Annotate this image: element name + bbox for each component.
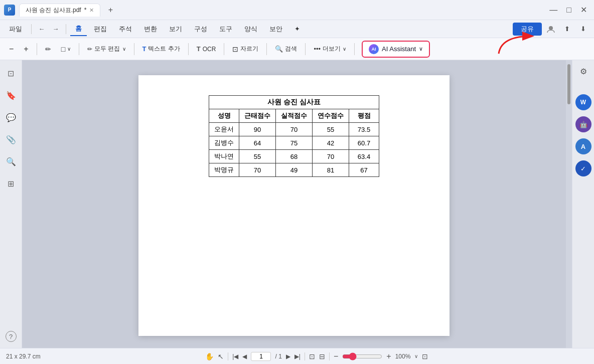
cell-perf-1: 70 [276,123,313,136]
first-page-button[interactable]: |◀ [232,353,238,360]
select-tool-button[interactable]: ↖ [218,352,224,360]
zoom-out-button[interactable]: − [5,43,18,56]
toolbar-divider7 [305,43,306,55]
zoom-out-bottom-button[interactable]: − [334,352,338,361]
prev-page-button[interactable]: ◀ [242,353,247,360]
cell-train-3: 70 [313,150,349,163]
ai-robot-icon: 🤖 [579,121,587,128]
ocr-label: OCR [203,46,216,53]
menu-item-star[interactable]: ✦ [289,23,305,35]
bottom-bar: 21 x 29.7 cm ✋ ↖ |◀ ◀ / 1 ▶ ▶| ⊡ ⊟ − + 1… [0,348,594,364]
check-icon: ✓ [580,165,586,172]
table-row: 오윤서 90 70 55 73.5 [209,123,379,136]
nav-forward-button[interactable]: → [50,23,62,35]
scrollbar-thumb[interactable] [567,64,570,104]
a-icon-label: A [581,143,585,150]
zoom-in-button[interactable]: + [20,43,32,56]
more-label: 더보기 [323,45,341,53]
last-page-button[interactable]: ▶| [294,353,301,360]
total-pages-label: / 1 [275,353,281,360]
menu-item-comment[interactable]: 주석 [114,23,137,36]
scrollbar[interactable] [566,60,572,348]
zoom-slider[interactable] [342,352,382,360]
zoom-out-icon: − [9,45,14,54]
maximize-button[interactable]: □ [563,5,574,16]
menu-item-form[interactable]: 양식 [239,23,262,36]
cell-name-4: 박명규 [209,163,239,177]
sidebar-icon-attachment[interactable]: 📎 [4,132,18,146]
right-panel-icon-a[interactable]: A [575,138,591,154]
cell-name-1: 오윤서 [209,123,239,136]
pdf-page: 사원 승진 심사표 성명 근태점수 실적점수 연수점수 평점 오윤서 90 70… [138,75,450,336]
menu-divider2 [66,24,66,34]
cell-att-3: 55 [239,150,276,163]
next-page-button[interactable]: ▶ [286,353,290,360]
menu-item-convert[interactable]: 변환 [139,23,162,36]
sidebar-icon-bookmark[interactable]: 🔖 [4,88,18,102]
edit-all-button[interactable]: ✏ 모두 편집 ∨ [83,43,129,55]
current-page-input[interactable] [251,352,271,361]
table-row: 김병수 64 75 42 60.7 [209,136,379,150]
close-button[interactable]: ✕ [577,4,590,16]
app-icon: P [4,5,15,16]
tab-close-button[interactable]: ✕ [89,7,94,14]
right-panel-icon-ai-robot[interactable]: 🤖 [575,116,591,132]
highlight-button[interactable]: ✏ [41,43,55,55]
bottom-center: ✋ ↖ |◀ ◀ / 1 ▶ ▶| ⊡ ⊟ − + 100% ∨ ⊡ [46,352,588,361]
account-icon[interactable] [544,22,558,36]
menu-item-file[interactable]: 파일 [4,23,27,36]
cell-perf-3: 68 [276,150,313,163]
bottom-divider1 [228,352,228,360]
right-panel-icon-check[interactable]: ✓ [575,160,591,176]
fit-page-button[interactable]: ⊡ [309,352,315,360]
menu-item-edit[interactable]: 편집 [89,23,112,36]
sidebar-icon-search[interactable]: 🔍 [4,154,18,168]
cell-train-4: 81 [313,163,349,177]
upload-icon[interactable]: ⬆ [560,22,574,36]
cell-name-2: 김병수 [209,136,239,150]
menu-item-view[interactable]: 보기 [164,23,187,36]
menu-item-organize[interactable]: 구성 [189,23,212,36]
menu-item-protect[interactable]: 보안 [264,23,287,36]
layout-button[interactable]: ⊟ [319,352,325,360]
zoom-level-label: 100% [395,353,411,360]
cell-att-1: 90 [239,123,276,136]
menu-divider [31,24,32,34]
fullscreen-button[interactable]: ⊡ [422,352,428,360]
ocr-button[interactable]: T OCR [193,43,220,55]
shape-button[interactable]: □ ∨ [57,43,75,55]
download-icon[interactable]: ⬇ [576,22,590,36]
zoom-in-bottom-button[interactable]: + [386,352,391,361]
menu-item-home[interactable]: 홈 [70,22,87,36]
sidebar-icon-help[interactable]: ? [6,331,17,342]
edit-chevron-icon: ∨ [122,46,126,52]
tab-modified: * [84,7,87,14]
sidebar-icon-page-thumbnail[interactable]: ⊡ [4,66,18,80]
bottom-divider2 [305,352,305,360]
cell-train-1: 55 [313,123,349,136]
share-button[interactable]: 공유 [513,23,542,36]
search-button[interactable]: 🔍 검색 [271,43,301,55]
right-panel-icon-w[interactable]: W [575,94,591,110]
text-icon: T [142,45,146,53]
col-header-attendance: 근태점수 [239,109,276,123]
new-tab-button[interactable]: + [104,4,116,16]
minimize-button[interactable]: — [546,5,560,16]
more-button[interactable]: ••• 더보기 ∨ [310,43,350,55]
crop-label: 자르기 [240,45,258,53]
ai-assistant-button[interactable]: AI AI Assistant ∨ [362,41,430,58]
left-sidebar: ⊡ 🔖 💬 📎 🔍 ⊞ ? [0,60,22,348]
ai-assistant-icon: AI [369,44,379,54]
nav-back-button[interactable]: ← [36,23,48,35]
more-chevron-icon: ∨ [343,46,346,52]
right-settings-button[interactable]: ⚙ [576,64,590,78]
pdf-tab[interactable]: 사원 승진 심사표.pdf * ✕ [19,4,100,17]
crop-button[interactable]: ⊡ 자르기 [228,43,262,55]
add-text-button[interactable]: T 텍스트 추가 [138,43,184,55]
ai-assistant-label: AI Assistant [382,45,416,53]
menu-item-tools[interactable]: 도구 [214,23,237,36]
sidebar-icon-comment[interactable]: 💬 [4,110,18,124]
sidebar-icon-layers[interactable]: ⊞ [4,176,18,191]
hand-tool-button[interactable]: ✋ [205,352,214,360]
window-controls: — □ ✕ [546,4,590,16]
